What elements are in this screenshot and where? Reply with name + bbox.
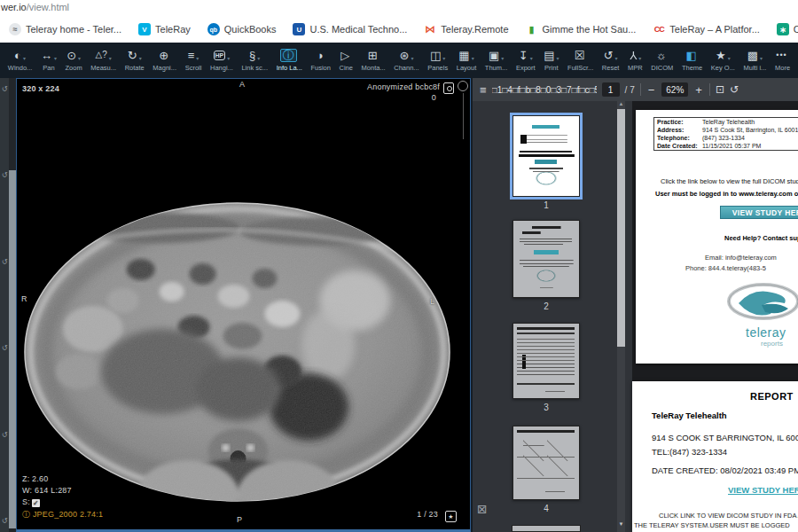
- toolbar-button-channels[interactable]: ⊛ ▾ Chann...: [389, 45, 423, 74]
- image-stack-icon[interactable]: [443, 82, 454, 94]
- thumbnail-page-preview[interactable]: [512, 220, 580, 298]
- page-number-input[interactable]: 1: [602, 82, 620, 97]
- chevron-down-icon[interactable]: ▾: [615, 55, 618, 62]
- toolbar-icon: △?: [96, 51, 107, 59]
- chevron-down-icon[interactable]: ▾: [257, 55, 260, 62]
- bookmark-favicon: qb: [207, 23, 220, 35]
- rail-reset-icon[interactable]: ↺: [2, 344, 8, 352]
- thumbnail-page-1[interactable]: 1: [512, 115, 581, 210]
- chevron-down-icon[interactable]: ▾: [411, 55, 413, 62]
- rotate-icon[interactable]: ↺: [730, 83, 739, 96]
- toolbar-button-theme[interactable]: ◧ Theme: [677, 45, 707, 74]
- chevron-down-icon[interactable]: ▾: [78, 55, 81, 62]
- toolbar-button-multi-image[interactable]: ▩ ▾ Multi i...: [739, 45, 771, 74]
- zoom-out-button[interactable]: −: [646, 83, 657, 97]
- bookmark-favicon: U: [293, 23, 305, 35]
- chevron-down-icon[interactable]: ▾: [638, 55, 641, 62]
- sync-checkbox[interactable]: ✓: [32, 499, 40, 507]
- toolbar-button-more[interactable]: ••• More: [771, 45, 794, 74]
- chevron-down-icon[interactable]: ▾: [501, 55, 504, 62]
- zoom-in-button[interactable]: +: [693, 83, 704, 97]
- thumbnail-page-4[interactable]: 4: [512, 426, 581, 513]
- toolbar-button-panels[interactable]: ◫ ▾ Panels: [423, 45, 452, 74]
- left-rail: ↺ ↺ ↺ ↺ ↺ ↺: [0, 78, 16, 532]
- chevron-down-icon[interactable]: ▾: [442, 55, 445, 62]
- toolbar-button-cine[interactable]: ▷ Cine: [335, 45, 357, 74]
- toolbar-button-dicom[interactable]: ☼ DICOM: [647, 45, 678, 74]
- expand-icon[interactable]: ⊠: [477, 502, 488, 516]
- toolbar-button-measure[interactable]: △? ▾ Measu...: [86, 45, 120, 74]
- scroll-up-arrow[interactable]: ▲: [617, 101, 625, 106]
- bookmark-quickbooks[interactable]: qb QuickBooks: [207, 23, 277, 35]
- toolbar-button-magnify[interactable]: ⊕ Magni...: [149, 45, 181, 74]
- fit-page-icon[interactable]: ⊡: [716, 83, 724, 96]
- toolbar-button-mpr[interactable]: Y ▾ MPR: [623, 45, 646, 74]
- toolbar-button-reset[interactable]: ↺ ▾ Reset: [598, 45, 623, 74]
- toolbar-button-layout[interactable]: ▦ ▾ Layout: [452, 45, 481, 74]
- pdf-document-area[interactable]: Practice: TeleRay Telehealth Address: 91…: [632, 101, 798, 532]
- rail-reset-icon[interactable]: ↺: [2, 431, 8, 439]
- stack-scrollbar-thumb[interactable]: [9, 170, 16, 528]
- bookmark-hot-sauce[interactable]: ▮ Gimme the Hot Sau...: [526, 23, 637, 35]
- toolbar-button-print[interactable]: ▤ ▾ Print: [539, 45, 563, 74]
- mri-axial-image[interactable]: [17, 79, 470, 529]
- thumbnail-page-preview[interactable]: [512, 426, 580, 500]
- toolbar-button-pan[interactable]: ↔ ▾ Pan: [36, 45, 61, 74]
- toolbar-button-window[interactable]: ◐ ▾ Windo...: [4, 45, 36, 74]
- menu-icon[interactable]: ≡: [480, 83, 487, 97]
- view-study-button[interactable]: VIEW STUDY HERE: [720, 206, 798, 219]
- scroll-down-arrow[interactable]: ▼: [617, 521, 625, 527]
- toolbar-button-hanging[interactable]: HP ▾ Hangi...: [206, 45, 237, 74]
- toolbar-button-link-scroll[interactable]: § ▾ Link sc...: [238, 45, 272, 74]
- thumbnail-page-2[interactable]: 2: [512, 220, 581, 311]
- view-study-link[interactable]: VIEW STUDY HERE: [728, 485, 798, 495]
- toolbar-button-thumbnails[interactable]: ▣ ▾ Thum...: [481, 45, 512, 74]
- toolbar-button-zoom[interactable]: ⊙ ▾ Zoom: [61, 45, 87, 74]
- thumbnail-page-preview[interactable]: [512, 323, 580, 399]
- frame-counter: 1 / 23: [417, 510, 438, 519]
- bookmark-us-medical[interactable]: U U.S. Medical Techno...: [293, 23, 407, 35]
- thumbnail-scrollbar-thumb[interactable]: [617, 109, 625, 347]
- toolbar-button-scroll[interactable]: ≡ ▾ Scroll: [181, 45, 206, 74]
- report-practice: TeleRay Telehealth: [652, 411, 727, 420]
- rail-reset-icon[interactable]: ↺: [2, 171, 8, 179]
- rail-reset-icon[interactable]: ↺: [2, 517, 8, 525]
- stack-scrollbar[interactable]: [9, 78, 16, 532]
- chevron-down-icon[interactable]: ▾: [556, 55, 559, 62]
- bookmark-teleray[interactable]: V TeleRay: [138, 23, 191, 35]
- bookmark-teleray-home[interactable]: ≈ Teleray home - Teler...: [9, 23, 121, 35]
- chevron-down-icon[interactable]: ▾: [760, 55, 763, 62]
- toolbar-label: More: [775, 64, 790, 72]
- chevron-down-icon[interactable]: ▾: [109, 55, 112, 62]
- bookmark-teleray-remote[interactable]: ⋈ Teleray.Remote: [424, 23, 508, 35]
- bookmark-teleray-platform[interactable]: CC TeleRay – A Platfor...: [653, 23, 760, 35]
- toolbar-icon: ▦: [458, 50, 469, 61]
- stack-slider-knob[interactable]: [458, 81, 468, 91]
- toolbar-button-key-objects[interactable]: ★ ▾ Key O...: [707, 45, 739, 74]
- thumbnail-scrollbar[interactable]: ▲ ▼: [617, 101, 625, 532]
- toolbar-button-export[interactable]: ↧ ▾ Export: [512, 45, 539, 74]
- chevron-down-icon[interactable]: ▾: [227, 55, 230, 62]
- chevron-down-icon[interactable]: ▾: [23, 55, 26, 62]
- chevron-down-icon[interactable]: ▾: [472, 55, 474, 62]
- toolbar-label: Magni...: [153, 64, 176, 72]
- dicom-viewport[interactable]: 320 x 224 A R L P Anonymized bcbc8f 0 Z:…: [16, 78, 471, 532]
- chevron-down-icon[interactable]: ▾: [728, 55, 731, 62]
- stack-slider-track[interactable]: [463, 93, 464, 139]
- chevron-down-icon[interactable]: ▾: [54, 55, 57, 62]
- chevron-down-icon[interactable]: ▾: [530, 55, 533, 62]
- toolbar-button-fusion[interactable]: ◑ Fusion: [307, 45, 335, 74]
- info-label: Address:: [654, 126, 700, 134]
- rail-reset-icon[interactable]: ↺: [2, 258, 8, 266]
- thumbnail-page-3[interactable]: 3: [512, 323, 581, 412]
- bookmark-chatgpt[interactable]: ∗ ChatGPT Online - AI...: [777, 23, 798, 35]
- toolbar-button-fullscreen[interactable]: ☒ FullScr...: [563, 45, 598, 74]
- chevron-down-icon[interactable]: ▾: [196, 55, 199, 62]
- key-image-save-icon[interactable]: ★: [445, 511, 457, 522]
- chevron-down-icon[interactable]: ▾: [139, 55, 142, 62]
- toolbar-button-rotate[interactable]: ↻ ▾ Rotate: [121, 45, 149, 74]
- toolbar-button-montage[interactable]: ⊞ Monta...: [357, 45, 390, 74]
- thumbnail-page-preview[interactable]: [512, 115, 580, 197]
- rail-reset-icon[interactable]: ↺: [2, 85, 8, 93]
- toolbar-button-info-labels[interactable]: ⓘ Info La...: [272, 45, 307, 74]
